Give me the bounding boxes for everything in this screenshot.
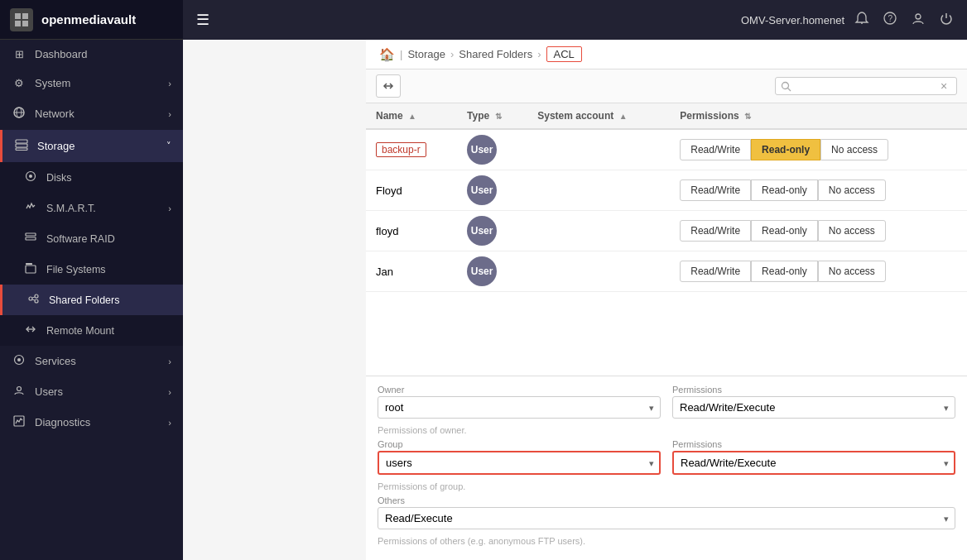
sidebar-item-software-raid[interactable]: Software RAID: [0, 223, 183, 254]
sidebar-item-smart[interactable]: S.M.A.R.T. ›: [0, 193, 183, 223]
permission-group: Read/WriteRead-onlyNo access: [680, 179, 957, 201]
perm-btn-read-only[interactable]: Read-only: [751, 139, 820, 160]
svg-point-23: [17, 358, 21, 361]
sidebar-item-diagnostics[interactable]: Diagnostics ›: [0, 407, 183, 438]
file-systems-icon: [23, 262, 38, 276]
sidebar-item-users[interactable]: Users ›: [0, 376, 183, 407]
perm-btn-no-access[interactable]: No access: [818, 261, 886, 282]
others-select-wrapper: Read/Execute Read/Write/Execute Read/Wri…: [378, 507, 955, 529]
perm-btn-read-only[interactable]: Read-only: [751, 261, 818, 282]
table-container: Name ▲ Type ⇅ System account ▲ Permiss: [366, 103, 967, 376]
clear-search-icon[interactable]: ×: [941, 79, 947, 93]
svg-line-19: [32, 297, 35, 298]
sort-type-icon[interactable]: ⇅: [495, 112, 502, 121]
owner-select-wrapper: root backup-r Floyd floyd Jan ▾: [378, 396, 661, 419]
others-select[interactable]: Read/Execute Read/Write/Execute Read/Wri…: [378, 507, 955, 529]
others-label: Others: [378, 495, 955, 505]
group-label: Group: [378, 439, 661, 449]
svg-point-16: [29, 297, 32, 300]
perm-btn-read-write[interactable]: Read/Write: [680, 220, 751, 242]
home-icon[interactable]: 🏠: [379, 47, 395, 62]
row-name-bordered: backup-r: [376, 142, 426, 157]
sidebar-item-file-systems[interactable]: File Systems: [0, 254, 183, 285]
user-badge: User: [467, 216, 497, 246]
acl-button[interactable]: [376, 74, 401, 98]
cell-name: Jan: [366, 251, 457, 292]
help-icon[interactable]: ?: [883, 11, 897, 29]
cell-type: User: [457, 251, 527, 292]
table-body: backup-rUserRead/WriteRead-onlyNo access…: [366, 129, 967, 292]
sidebar-item-label: Software RAID: [46, 233, 115, 245]
sidebar-item-disks[interactable]: Disks: [0, 162, 183, 193]
power-icon[interactable]: [939, 11, 954, 29]
table-row: FloydUserRead/WriteRead-onlyNo access: [366, 170, 967, 211]
sidebar-item-services[interactable]: Services ›: [0, 346, 183, 376]
svg-rect-15: [26, 266, 36, 273]
sidebar: openmediavault ⊞ Dashboard ⚙ System › Ne…: [0, 0, 183, 560]
sort-name-icon[interactable]: ▲: [408, 112, 416, 121]
sidebar-item-system[interactable]: ⚙ System ›: [0, 69, 183, 98]
svg-point-11: [29, 175, 32, 178]
svg-rect-14: [26, 263, 32, 265]
svg-point-29: [916, 14, 921, 19]
chevron-right-icon: ›: [168, 418, 171, 428]
breadcrumb: 🏠 | Storage › Shared Folders › ACL: [366, 40, 967, 69]
perm-btn-read-write[interactable]: Read/Write: [680, 179, 751, 201]
svg-rect-0: [15, 13, 21, 19]
sidebar-item-network[interactable]: Network ›: [0, 98, 183, 130]
owner-permissions-label: Permissions: [672, 385, 955, 395]
server-name: OMV-Server.homenet: [741, 14, 844, 26]
cell-type: User: [457, 211, 527, 251]
form-row-others-hint: Permissions of others (e.g. anonymous FT…: [378, 534, 955, 547]
search-input[interactable]: [791, 80, 941, 92]
sidebar-item-label: Dashboard: [35, 48, 88, 60]
table-row: backup-rUserRead/WriteRead-onlyNo access: [366, 129, 967, 170]
group-select[interactable]: users root: [378, 451, 661, 475]
perm-btn-no-access[interactable]: No access: [820, 139, 888, 160]
sort-perm-icon[interactable]: ⇅: [744, 112, 751, 121]
user-icon[interactable]: [911, 11, 926, 29]
notification-icon[interactable]: [854, 11, 869, 29]
others-hint: Permissions of others (e.g. anonymous FT…: [378, 536, 585, 546]
sidebar-item-shared-folders[interactable]: Shared Folders: [0, 285, 183, 315]
perm-btn-no-access[interactable]: No access: [818, 220, 886, 242]
group-hint-group: Permissions of group.: [378, 480, 661, 492]
svg-line-20: [32, 299, 35, 300]
breadcrumb-sep3: ›: [537, 48, 541, 60]
perm-btn-read-write[interactable]: Read/Write: [680, 261, 751, 282]
group-permissions-select[interactable]: Read/Write/Execute Read/Write Read/Execu…: [672, 451, 955, 475]
col-perm-label: Permissions: [680, 110, 738, 122]
main-content: 🏠 | Storage › Shared Folders › ACL ×: [366, 40, 967, 560]
sidebar-item-dashboard[interactable]: ⊞ Dashboard: [0, 40, 183, 69]
svg-rect-12: [26, 233, 36, 236]
sidebar-item-label: Storage: [37, 140, 75, 152]
sidebar-item-label: Services: [35, 355, 76, 367]
owner-select[interactable]: root backup-r Floyd floyd Jan: [378, 396, 661, 419]
spacer2: [672, 480, 955, 492]
system-icon: ⚙: [12, 77, 26, 89]
breadcrumb-storage[interactable]: Storage: [407, 48, 445, 60]
hamburger-icon[interactable]: ☰: [196, 11, 209, 29]
perm-btn-read-only[interactable]: Read-only: [751, 220, 818, 242]
breadcrumb-sep2: ›: [450, 48, 454, 60]
owner-permissions-select[interactable]: Read/Write/Execute Read/Write Read/Execu…: [672, 396, 955, 419]
sidebar-item-storage[interactable]: Storage ˅: [0, 130, 183, 162]
perm-btn-read-write[interactable]: Read/Write: [680, 139, 751, 160]
svg-point-24: [17, 387, 22, 391]
form-row-group: Group users root ▾ Permissions Read/Writ…: [378, 439, 955, 475]
group-permissions-wrapper: Read/Write/Execute Read/Write Read/Execu…: [672, 451, 955, 475]
col-system-label: System account: [537, 110, 613, 122]
perm-btn-no-access[interactable]: No access: [818, 179, 886, 201]
sort-system-icon[interactable]: ▲: [619, 112, 628, 121]
perm-btn-read-only[interactable]: Read-only: [751, 179, 818, 201]
table-row: floydUserRead/WriteRead-onlyNo access: [366, 211, 967, 251]
sidebar-item-remote-mount[interactable]: Remote Mount: [0, 315, 183, 346]
app-title: openmediavault: [41, 12, 136, 26]
breadcrumb-shared-folders[interactable]: Shared Folders: [459, 48, 532, 60]
svg-rect-1: [22, 13, 28, 19]
sidebar-item-label: Remote Mount: [46, 325, 114, 337]
others-group: Others Read/Execute Read/Write/Execute R…: [378, 495, 955, 529]
svg-line-32: [788, 88, 791, 91]
svg-rect-7: [16, 140, 27, 143]
users-icon: [12, 385, 26, 399]
